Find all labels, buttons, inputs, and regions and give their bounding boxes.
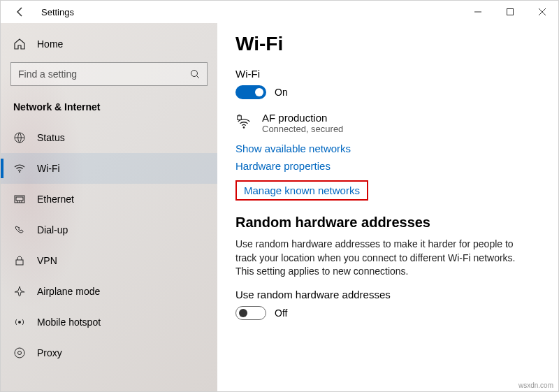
window-title: Settings: [41, 7, 74, 17]
sidebar-item-ethernet[interactable]: Ethernet: [1, 184, 217, 215]
svg-point-12: [18, 321, 21, 324]
home-button[interactable]: Home: [1, 30, 217, 58]
dialup-icon: [13, 224, 26, 236]
close-icon: [539, 8, 546, 15]
sidebar-item-label: Ethernet: [37, 194, 74, 205]
sidebar-item-proxy[interactable]: Proxy: [1, 337, 217, 368]
minimize-icon: [474, 8, 481, 15]
sidebar-item-wifi[interactable]: Wi-Fi: [1, 153, 217, 184]
close-button[interactable]: [526, 1, 558, 23]
search-box[interactable]: [10, 62, 208, 86]
random-toggle-state: Off: [275, 307, 287, 319]
sidebar-item-label: Proxy: [37, 347, 62, 358]
random-toggle-label: Use random hardware addresses: [235, 289, 540, 300]
sidebar-item-airplane[interactable]: Airplane mode: [1, 276, 217, 307]
show-available-link[interactable]: Show available networks: [235, 143, 540, 154]
svg-rect-16: [238, 116, 242, 120]
sidebar: Home Network & Internet Status Wi-Fi Eth…: [1, 23, 217, 391]
sidebar-item-dialup[interactable]: Dial-up: [1, 215, 217, 245]
back-button[interactable]: [9, 1, 31, 23]
network-name: AF production: [262, 112, 343, 124]
home-label: Home: [37, 38, 63, 50]
titlebar: Settings: [1, 1, 558, 23]
svg-point-13: [15, 348, 24, 358]
airplane-icon: [13, 285, 26, 298]
svg-point-15: [243, 126, 245, 129]
watermark: wsxdn.com: [518, 382, 553, 389]
svg-rect-1: [507, 9, 514, 15]
random-toggle[interactable]: [235, 306, 266, 320]
maximize-icon: [507, 8, 514, 15]
sidebar-item-label: Status: [37, 132, 65, 143]
svg-rect-11: [16, 260, 23, 265]
svg-point-2: [191, 71, 198, 77]
sidebar-item-label: Airplane mode: [37, 286, 100, 297]
hardware-properties-link[interactable]: Hardware properties: [235, 160, 540, 172]
svg-rect-7: [16, 197, 23, 201]
proxy-icon: [13, 347, 26, 359]
svg-line-3: [197, 76, 200, 79]
wifi-icon: [13, 162, 26, 175]
random-heading: Random hardware addresses: [235, 215, 540, 231]
sidebar-item-label: Dial-up: [37, 224, 68, 235]
random-description: Use random hardware addresses to make it…: [235, 238, 536, 279]
hotspot-icon: [13, 316, 26, 328]
svg-point-5: [19, 171, 20, 173]
search-icon: [190, 69, 200, 79]
category-heading: Network & Internet: [1, 96, 217, 122]
wifi-toggle-state: On: [275, 87, 288, 98]
page-title: Wi-Fi: [235, 33, 540, 55]
current-network[interactable]: AF production Connected, secured: [235, 112, 540, 134]
minimize-button[interactable]: [462, 1, 494, 23]
ethernet-icon: [13, 193, 26, 205]
vpn-icon: [13, 254, 26, 267]
wifi-toggle[interactable]: [235, 85, 266, 99]
sidebar-item-label: Wi-Fi: [37, 163, 60, 174]
search-input[interactable]: [18, 68, 190, 80]
sidebar-item-label: Mobile hotspot: [37, 317, 101, 328]
wifi-secure-icon: [235, 112, 252, 131]
arrow-left-icon: [15, 6, 26, 17]
home-icon: [13, 38, 26, 50]
highlight-box: Manage known networks: [235, 180, 368, 201]
sidebar-item-hotspot[interactable]: Mobile hotspot: [1, 307, 217, 337]
sidebar-item-vpn[interactable]: VPN: [1, 245, 217, 276]
network-status: Connected, secured: [262, 124, 343, 134]
maximize-button[interactable]: [494, 1, 526, 23]
manage-known-networks-link[interactable]: Manage known networks: [244, 184, 360, 196]
wifi-label: Wi-Fi: [235, 68, 540, 80]
status-icon: [13, 131, 26, 144]
main-content: Wi-Fi Wi-Fi On AF production Connected, …: [217, 23, 558, 391]
sidebar-item-status[interactable]: Status: [1, 122, 217, 153]
sidebar-item-label: VPN: [37, 255, 57, 266]
svg-point-14: [18, 351, 22, 355]
